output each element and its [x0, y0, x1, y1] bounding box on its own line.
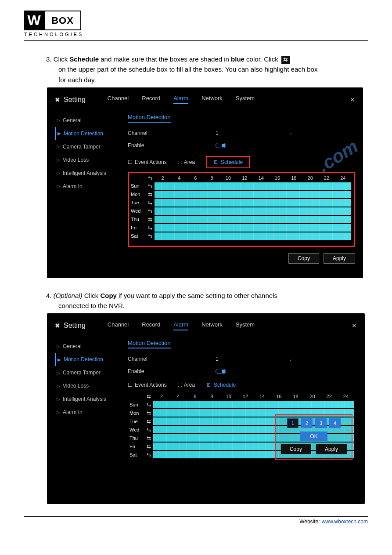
day-fri-2: Fri	[129, 444, 144, 449]
sidebar: ▷General ▶Motion Detection ▷Camera Tampe…	[55, 114, 125, 264]
subtab-motion[interactable]: Motion Detection	[128, 114, 171, 123]
swap-thu-icon-2[interactable]: ⇆	[144, 435, 153, 441]
side-motion[interactable]: ▶Motion Detection	[55, 127, 125, 140]
footer-link[interactable]: www.wboxtech.com	[322, 519, 368, 525]
swap-thu-icon[interactable]: ⇆	[146, 216, 155, 222]
step3-f: on the upper part of the schedule box to…	[58, 65, 317, 73]
channel-row-2: Channel 1⌄	[128, 353, 357, 365]
channel-select-2[interactable]: 1⌄	[216, 356, 292, 362]
apply-button[interactable]: Apply	[324, 253, 355, 264]
side-general[interactable]: ▷General	[55, 114, 125, 127]
bar-sun[interactable]	[155, 182, 351, 190]
step-4: 4. (Optional) Click Copy if you want to …	[46, 290, 368, 311]
side-videoloss-2[interactable]: ▷Video Loss	[55, 379, 125, 392]
step3-d: blue	[231, 55, 245, 63]
channel-select[interactable]: 1⌄	[216, 130, 292, 136]
side-intel-2[interactable]: ▷Intelligent Analysis	[55, 392, 125, 406]
tab-network[interactable]: Network	[201, 95, 223, 104]
swap-mon-icon-2[interactable]: ⇆	[144, 410, 153, 416]
day-sat: Sat	[131, 233, 146, 239]
ok-button[interactable]: OK	[300, 432, 327, 441]
tab-record[interactable]: Record	[142, 95, 160, 104]
enable-toggle[interactable]	[216, 143, 226, 148]
footer: Website: www.wboxtech.com	[24, 519, 368, 525]
bar-sat[interactable]	[155, 232, 351, 240]
side-motion-2[interactable]: ▶Motion Detection	[55, 353, 125, 366]
bar-sun-2[interactable]	[153, 401, 354, 408]
copy-ch-4[interactable]: 4	[329, 418, 341, 428]
schedule-tab[interactable]: 🗓 Schedule	[206, 156, 250, 168]
tab-system-2[interactable]: System	[236, 321, 255, 330]
h-14b: 14	[254, 394, 270, 399]
swap-wed-icon-2[interactable]: ⇆	[144, 427, 153, 433]
side-intel[interactable]: ▷Intelligent Analysis	[55, 167, 125, 180]
copy-button-2[interactable]: Copy	[281, 444, 311, 454]
tab-channel[interactable]: Channel	[108, 95, 129, 104]
enable-row: Enable	[128, 139, 355, 152]
swap-sun-icon[interactable]: ⇆	[146, 183, 155, 189]
step4-f: connected to the NVR.	[58, 302, 125, 309]
close-icon[interactable]: ✕	[350, 96, 355, 103]
event-actions-tab-2[interactable]: ☐ Event Actions	[128, 382, 167, 388]
swap-fri-icon-2[interactable]: ⇆	[144, 443, 153, 450]
swap-tue-icon[interactable]: ⇆	[146, 200, 155, 206]
tab-network-2[interactable]: Network	[201, 321, 223, 330]
sidebar-2: ▷General ▶Motion Detection ▷Camera Tampe…	[55, 340, 125, 464]
swap-mon-icon[interactable]: ⇆	[146, 191, 155, 197]
swap-wed-icon[interactable]: ⇆	[146, 208, 155, 214]
copy-ch-3[interactable]: 3	[315, 418, 327, 428]
apply-button-2[interactable]: Apply	[316, 444, 347, 454]
h-8b: 8	[204, 394, 220, 399]
step3-g: for each day.	[58, 76, 96, 83]
side-alarmin[interactable]: ▷Alarm In	[55, 180, 125, 193]
h-14: 14	[253, 175, 269, 181]
enable-row-2: Enable	[128, 365, 357, 377]
bar-fri[interactable]	[155, 224, 351, 232]
day-sun-2: Sun	[129, 402, 144, 407]
close-icon-2[interactable]: ✕	[352, 322, 357, 329]
h-2: 2	[155, 175, 171, 181]
subtab-motion-2[interactable]: Motion Detection	[128, 340, 171, 348]
enable-label-2: Enable	[128, 368, 216, 374]
h-24: 24	[335, 175, 351, 181]
side-general-2[interactable]: ▷General	[55, 340, 125, 353]
swap-sat-icon-2[interactable]: ⇆	[144, 452, 153, 458]
copy-ch-2[interactable]: 2	[301, 418, 313, 428]
tab-alarm[interactable]: Alarm	[173, 95, 188, 104]
schedule-tab-2[interactable]: 🗓 Schedule	[206, 382, 236, 388]
bar-tue[interactable]	[155, 199, 351, 207]
schedule-grid[interactable]: Sun⇆ Mon⇆ Tue⇆ Wed⇆ Thu⇆ Fri⇆ Sat⇆	[131, 182, 351, 240]
swap-fri-icon[interactable]: ⇆	[146, 225, 155, 231]
copy-ch-1[interactable]: 1	[287, 418, 298, 428]
h-24b: 24	[338, 394, 354, 399]
logo-box: BOX	[44, 11, 81, 30]
top-nav: Channel Record Alarm Network System	[108, 95, 255, 104]
area-tab[interactable]: ⸬ Area	[178, 159, 195, 165]
event-actions-tab[interactable]: ☐ Event Actions	[128, 159, 167, 165]
swap-tue-icon-2[interactable]: ⇆	[144, 418, 153, 424]
tab-system[interactable]: System	[236, 95, 255, 104]
tab-record-2[interactable]: Record	[142, 321, 160, 330]
footer-prefix: Website:	[299, 519, 320, 525]
swap-sat-icon[interactable]: ⇆	[146, 233, 155, 239]
tab-channel-2[interactable]: Channel	[108, 321, 129, 330]
copy-button[interactable]: Copy	[288, 253, 319, 264]
side-tamper-2[interactable]: ▷Camera Tamper	[55, 366, 125, 379]
enable-toggle-2[interactable]	[216, 369, 226, 374]
swap-all-icon[interactable]: ⇆	[146, 175, 155, 181]
bar-wed[interactable]	[155, 207, 351, 215]
bar-mon[interactable]	[155, 191, 351, 198]
tab-alarm-2[interactable]: Alarm	[173, 321, 188, 330]
side-tamper[interactable]: ▷Camera Tamper	[55, 140, 125, 153]
side-alarmin-label: Alarm In	[63, 183, 83, 189]
swap-all-icon-2[interactable]: ⇆	[144, 393, 153, 399]
swap-sun-icon-2[interactable]: ⇆	[144, 402, 153, 408]
area-tab-2[interactable]: ⸬ Area	[178, 382, 195, 388]
side-alarmin-label-2: Alarm In	[63, 409, 83, 415]
h-12: 12	[237, 175, 253, 181]
schedule-label: Schedule	[221, 159, 243, 165]
side-videoloss[interactable]: ▷Video Loss	[55, 153, 125, 167]
h-6b: 6	[187, 394, 203, 399]
side-alarmin-2[interactable]: ▷Alarm In	[55, 406, 125, 419]
bar-thu[interactable]	[155, 216, 351, 223]
